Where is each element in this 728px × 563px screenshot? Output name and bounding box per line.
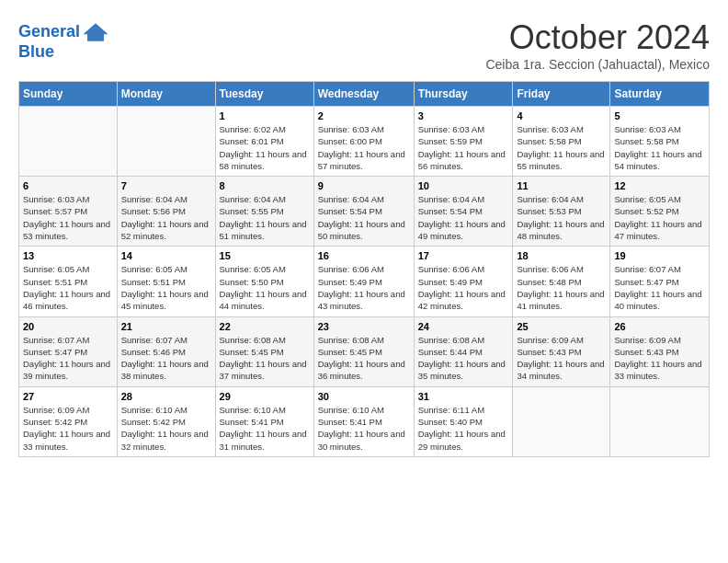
sunrise-text: Sunrise: 6:08 AM: [418, 335, 484, 345]
day-info: Sunrise: 6:11 AM Sunset: 5:40 PM Dayligh…: [418, 404, 509, 453]
daylight-text: Daylight: 11 hours and 55 minutes.: [517, 149, 604, 171]
page-header: General Blue October 2024 Ceiba 1ra. Sec…: [18, 18, 710, 72]
day-number: 18: [517, 250, 606, 261]
sunrise-text: Sunrise: 6:09 AM: [23, 405, 89, 415]
sunrise-text: Sunrise: 6:03 AM: [614, 124, 680, 134]
sunset-text: Sunset: 5:48 PM: [517, 277, 581, 287]
daylight-text: Daylight: 11 hours and 39 minutes.: [23, 359, 110, 381]
daylight-text: Daylight: 11 hours and 58 minutes.: [220, 149, 307, 171]
title-block: October 2024 Ceiba 1ra. Seccion (Jahuact…: [485, 18, 710, 72]
sunset-text: Sunset: 5:41 PM: [318, 417, 382, 427]
day-number: 5: [614, 110, 705, 121]
sunrise-text: Sunrise: 6:07 AM: [23, 335, 89, 345]
column-header-tuesday: Tuesday: [215, 82, 313, 107]
column-header-monday: Monday: [117, 82, 215, 107]
sunrise-text: Sunrise: 6:04 AM: [121, 194, 188, 204]
day-cell: 13 Sunrise: 6:05 AM Sunset: 5:51 PM Dayl…: [19, 247, 118, 316]
day-number: 14: [121, 250, 211, 261]
sunrise-text: Sunrise: 6:04 AM: [318, 194, 384, 204]
day-info: Sunrise: 6:04 AM Sunset: 5:53 PM Dayligh…: [517, 193, 606, 242]
day-info: Sunrise: 6:06 AM Sunset: 5:48 PM Dayligh…: [517, 263, 606, 312]
day-info: Sunrise: 6:06 AM Sunset: 5:49 PM Dayligh…: [418, 263, 509, 312]
sunrise-text: Sunrise: 6:04 AM: [220, 194, 286, 204]
day-info: Sunrise: 6:07 AM Sunset: 5:47 PM Dayligh…: [23, 334, 113, 383]
day-cell: 2 Sunrise: 6:03 AM Sunset: 6:00 PM Dayli…: [313, 107, 414, 177]
calendar-body: 1 Sunrise: 6:02 AM Sunset: 6:01 PM Dayli…: [19, 107, 710, 457]
sunrise-text: Sunrise: 6:10 AM: [121, 405, 188, 415]
daylight-text: Daylight: 11 hours and 43 minutes.: [318, 289, 405, 311]
day-cell: 9 Sunrise: 6:04 AM Sunset: 5:54 PM Dayli…: [313, 177, 414, 247]
day-cell: 17 Sunrise: 6:06 AM Sunset: 5:49 PM Dayl…: [414, 247, 513, 316]
day-number: 9: [318, 180, 410, 191]
day-cell: 20 Sunrise: 6:07 AM Sunset: 5:47 PM Dayl…: [19, 316, 118, 386]
day-number: 27: [23, 391, 113, 402]
sunrise-text: Sunrise: 6:03 AM: [23, 194, 89, 204]
day-cell: 6 Sunrise: 6:03 AM Sunset: 5:57 PM Dayli…: [19, 177, 118, 247]
day-number: 2: [318, 110, 410, 121]
day-number: 28: [121, 391, 211, 402]
sunset-text: Sunset: 5:42 PM: [23, 417, 87, 427]
day-number: 24: [418, 321, 509, 332]
sunset-text: Sunset: 5:44 PM: [418, 347, 483, 357]
day-cell: 16 Sunrise: 6:06 AM Sunset: 5:49 PM Dayl…: [313, 247, 414, 316]
column-header-friday: Friday: [513, 82, 610, 107]
day-cell: 8 Sunrise: 6:04 AM Sunset: 5:55 PM Dayli…: [215, 177, 313, 247]
daylight-text: Daylight: 11 hours and 57 minutes.: [318, 149, 405, 171]
daylight-text: Daylight: 11 hours and 42 minutes.: [418, 289, 506, 311]
sunset-text: Sunset: 5:56 PM: [121, 206, 186, 216]
sunset-text: Sunset: 5:47 PM: [614, 277, 678, 287]
day-info: Sunrise: 6:08 AM Sunset: 5:45 PM Dayligh…: [220, 334, 310, 383]
sunset-text: Sunset: 5:52 PM: [614, 206, 678, 216]
day-cell: 29 Sunrise: 6:10 AM Sunset: 5:41 PM Dayl…: [215, 386, 313, 456]
daylight-text: Daylight: 11 hours and 48 minutes.: [517, 219, 604, 241]
daylight-text: Daylight: 11 hours and 38 minutes.: [121, 359, 209, 381]
sunset-text: Sunset: 5:50 PM: [220, 277, 284, 287]
sunrise-text: Sunrise: 6:09 AM: [517, 335, 583, 345]
day-cell: 4 Sunrise: 6:03 AM Sunset: 5:58 PM Dayli…: [513, 107, 610, 177]
sunset-text: Sunset: 5:55 PM: [220, 206, 284, 216]
day-info: Sunrise: 6:08 AM Sunset: 5:45 PM Dayligh…: [318, 334, 410, 383]
sunset-text: Sunset: 5:53 PM: [517, 206, 581, 216]
day-cell: 31 Sunrise: 6:11 AM Sunset: 5:40 PM Dayl…: [414, 386, 513, 456]
sunset-text: Sunset: 5:58 PM: [517, 136, 581, 146]
daylight-text: Daylight: 11 hours and 50 minutes.: [318, 219, 405, 241]
sunset-text: Sunset: 5:47 PM: [23, 347, 87, 357]
location-title: Ceiba 1ra. Seccion (Jahuactal), Mexico: [485, 57, 710, 72]
svg-marker-0: [84, 23, 108, 41]
day-info: Sunrise: 6:10 AM Sunset: 5:41 PM Dayligh…: [318, 404, 410, 453]
week-row-1: 1 Sunrise: 6:02 AM Sunset: 6:01 PM Dayli…: [19, 107, 710, 177]
sunrise-text: Sunrise: 6:06 AM: [517, 264, 583, 274]
day-info: Sunrise: 6:06 AM Sunset: 5:49 PM Dayligh…: [318, 263, 410, 312]
sunset-text: Sunset: 5:42 PM: [121, 417, 186, 427]
day-info: Sunrise: 6:07 AM Sunset: 5:47 PM Dayligh…: [614, 263, 705, 312]
day-info: Sunrise: 6:04 AM Sunset: 5:55 PM Dayligh…: [220, 193, 310, 242]
day-info: Sunrise: 6:03 AM Sunset: 5:58 PM Dayligh…: [517, 123, 606, 172]
day-cell: 23 Sunrise: 6:08 AM Sunset: 5:45 PM Dayl…: [313, 316, 414, 386]
daylight-text: Daylight: 11 hours and 36 minutes.: [318, 359, 405, 381]
sunset-text: Sunset: 5:43 PM: [614, 347, 678, 357]
day-number: 1: [220, 110, 310, 121]
day-info: Sunrise: 6:04 AM Sunset: 5:54 PM Dayligh…: [418, 193, 509, 242]
sunrise-text: Sunrise: 6:09 AM: [614, 335, 680, 345]
day-cell: 22 Sunrise: 6:08 AM Sunset: 5:45 PM Dayl…: [215, 316, 313, 386]
day-number: 23: [318, 321, 410, 332]
day-cell: 24 Sunrise: 6:08 AM Sunset: 5:44 PM Dayl…: [414, 316, 513, 386]
day-cell: 27 Sunrise: 6:09 AM Sunset: 5:42 PM Dayl…: [19, 386, 118, 456]
daylight-text: Daylight: 11 hours and 52 minutes.: [121, 219, 209, 241]
day-cell: 26 Sunrise: 6:09 AM Sunset: 5:43 PM Dayl…: [610, 316, 710, 386]
daylight-text: Daylight: 11 hours and 35 minutes.: [418, 359, 506, 381]
column-header-thursday: Thursday: [414, 82, 513, 107]
day-cell: 30 Sunrise: 6:10 AM Sunset: 5:41 PM Dayl…: [313, 386, 414, 456]
day-info: Sunrise: 6:03 AM Sunset: 6:00 PM Dayligh…: [318, 123, 410, 172]
day-info: Sunrise: 6:10 AM Sunset: 5:42 PM Dayligh…: [121, 404, 211, 453]
column-header-sunday: Sunday: [19, 82, 118, 107]
day-cell: 18 Sunrise: 6:06 AM Sunset: 5:48 PM Dayl…: [513, 247, 610, 316]
day-number: 7: [121, 180, 211, 191]
sunrise-text: Sunrise: 6:05 AM: [614, 194, 680, 204]
sunrise-text: Sunrise: 6:08 AM: [318, 335, 384, 345]
day-info: Sunrise: 6:05 AM Sunset: 5:51 PM Dayligh…: [23, 263, 113, 312]
day-number: 16: [318, 250, 410, 261]
day-cell: 11 Sunrise: 6:04 AM Sunset: 5:53 PM Dayl…: [513, 177, 610, 247]
day-number: 17: [418, 250, 509, 261]
day-cell: [19, 107, 118, 177]
